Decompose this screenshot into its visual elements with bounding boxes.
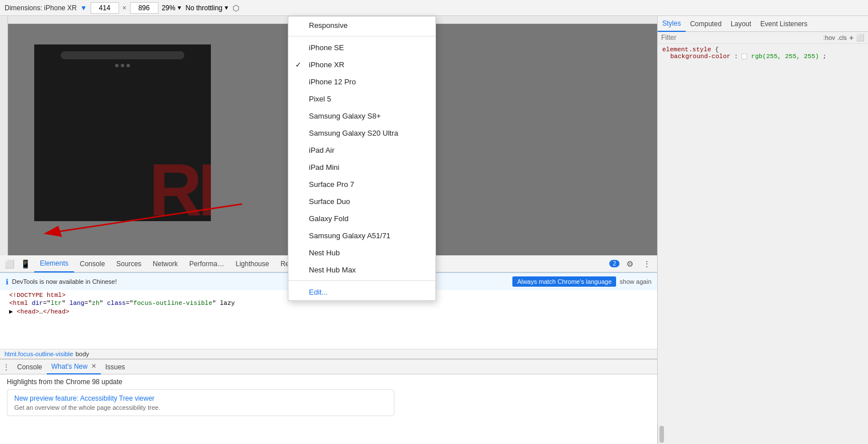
breadcrumb-body[interactable]: body bbox=[75, 351, 89, 357]
tab-lighthouse[interactable]: Lighthouse bbox=[230, 255, 275, 272]
drawer-tab-console[interactable]: Console bbox=[13, 360, 47, 374]
more-tabs-button[interactable]: ⋮ bbox=[640, 257, 654, 271]
doctype-tag: <!DOCTYPE html> bbox=[9, 292, 66, 299]
language-match-button[interactable]: Always match Chrome's language bbox=[512, 276, 616, 287]
dimensions-dropdown[interactable]: ▼ bbox=[80, 4, 87, 12]
drawer-tab-issues[interactable]: Issues bbox=[101, 360, 130, 374]
more-styles-button[interactable]: ⬜ bbox=[856, 34, 865, 42]
highlights-heading: Highlights from the Chrome 98 update bbox=[7, 378, 650, 386]
dropdown-divider-2 bbox=[288, 280, 435, 281]
dropdown-item-responsive[interactable]: Responsive bbox=[288, 17, 435, 34]
style-property-bg: background-color : rgb(255, 255, 255) ; bbox=[662, 53, 863, 60]
tab-network[interactable]: Network bbox=[147, 255, 184, 272]
viewport-frame: RI bbox=[34, 44, 211, 221]
styles-body: element.style { background-color : rgb(2… bbox=[658, 44, 868, 425]
tab-performance[interactable]: Performa… bbox=[184, 255, 230, 272]
color-swatch[interactable] bbox=[741, 54, 747, 59]
rotate-icon[interactable]: ⬡ bbox=[233, 3, 239, 13]
dimensions-label: Dimensions: iPhone XR bbox=[5, 4, 77, 12]
breadcrumb-bar: html.focus-outline-visible body bbox=[0, 349, 657, 359]
close-whats-new-button[interactable]: ✕ bbox=[91, 362, 96, 370]
dropdown-item-nest-hub[interactable]: Nest Hub bbox=[288, 244, 435, 261]
drawer-tab-whats-new[interactable]: What's New ✕ bbox=[47, 360, 101, 374]
panel-tabs-more: 2 ⚙ ⋮ bbox=[606, 257, 657, 271]
feature-card: New preview feature: Accessibility Tree … bbox=[7, 389, 394, 416]
caret-icon: ▼ bbox=[80, 4, 87, 12]
dropdown-item-samsung-a51[interactable]: Samsung Galaxy A51/71 bbox=[288, 227, 435, 244]
tab-elements[interactable]: Elements bbox=[34, 255, 74, 272]
cls-button[interactable]: .cls bbox=[837, 34, 847, 41]
dot-2 bbox=[121, 64, 124, 67]
zoom-caret-icon: ▼ bbox=[177, 5, 182, 11]
drawer-body: Highlights from the Chrome 98 update New… bbox=[0, 374, 657, 444]
dropdown-item-nest-hub-max[interactable]: Nest Hub Max bbox=[288, 261, 435, 278]
dropdown-item-samsung-s8[interactable]: Samsung Galaxy S8+ bbox=[288, 107, 435, 124]
tab-sources[interactable]: Sources bbox=[111, 255, 147, 272]
throttle-dropdown[interactable]: No throttling ▼ bbox=[186, 4, 230, 12]
dropdown-item-samsung-s20[interactable]: Samsung Galaxy S20 Ultra bbox=[288, 124, 435, 141]
styles-filter-input[interactable] bbox=[661, 34, 821, 42]
dropdown-item-surface-duo[interactable]: Surface Duo bbox=[288, 193, 435, 210]
dropdown-item-surface-pro[interactable]: Surface Pro 7 bbox=[288, 176, 435, 193]
dropdown-divider bbox=[288, 36, 435, 36]
right-pane: Styles Computed Layout Event Listeners :… bbox=[657, 16, 868, 444]
dropdown-item-pixel-5[interactable]: Pixel 5 bbox=[288, 90, 435, 107]
dropdown-item-galaxy-fold[interactable]: Galaxy Fold bbox=[288, 210, 435, 227]
feature-link[interactable]: New preview feature: Accessibility Tree … bbox=[14, 394, 154, 402]
dropdown-item-iphone-xr[interactable]: iPhone XR bbox=[288, 56, 435, 73]
dropdown-item-edit[interactable]: Edit... bbox=[288, 283, 435, 300]
sp-tab-event-listeners[interactable]: Event Listeners bbox=[756, 16, 812, 32]
dot-1 bbox=[115, 64, 119, 67]
sp-tab-styles[interactable]: Styles bbox=[658, 16, 686, 32]
width-input[interactable] bbox=[91, 2, 119, 14]
settings-button[interactable]: ⚙ bbox=[623, 257, 637, 271]
html-tag: <html bbox=[9, 300, 28, 307]
app-root: Dimensions: iPhone XR ▼ × 29% ▼ No throt… bbox=[0, 0, 868, 444]
dropdown-item-iphone-se[interactable]: iPhone SE bbox=[288, 39, 435, 56]
show-again-button[interactable]: show again bbox=[620, 278, 651, 285]
styles-filter-bar: :hov .cls + ⬜ bbox=[658, 32, 868, 44]
styles-panel-tabs: Styles Computed Layout Event Listeners bbox=[658, 16, 868, 32]
feature-desc: Get an overview of the whole page access… bbox=[14, 404, 387, 411]
dropdown-item-iphone-12-pro[interactable]: iPhone 12 Pro bbox=[288, 73, 435, 90]
dropdown-item-ipad-mini[interactable]: iPad Mini bbox=[288, 158, 435, 176]
dots-preview bbox=[115, 64, 130, 67]
search-bar-preview bbox=[61, 51, 185, 59]
tab-console[interactable]: Console bbox=[74, 255, 111, 272]
device-toggle-button[interactable]: 📱 bbox=[18, 257, 32, 271]
scrollbar-thumb[interactable] bbox=[659, 426, 664, 443]
sp-tab-computed[interactable]: Computed bbox=[686, 16, 726, 32]
sp-tab-layout[interactable]: Layout bbox=[726, 16, 756, 32]
code-line-head[interactable]: ▶ <head>…</head> bbox=[0, 307, 657, 316]
throttle-caret-icon: ▼ bbox=[223, 5, 229, 11]
height-input[interactable] bbox=[130, 2, 158, 14]
device-dropdown-menu: Responsive iPhone SE iPhone XR iPhone 12… bbox=[288, 16, 436, 301]
breadcrumb-html[interactable]: html.focus-outline-visible bbox=[5, 351, 73, 357]
dot-3 bbox=[127, 64, 130, 67]
drawer-tabs: ⋮ Console What's New ✕ Issues bbox=[0, 360, 657, 374]
zoom-dropdown[interactable]: 29% ▼ bbox=[162, 4, 182, 12]
top-toolbar: Dimensions: iPhone XR ▼ × 29% ▼ No throt… bbox=[0, 0, 868, 16]
drawer-dots-icon[interactable]: ⋮ bbox=[0, 362, 13, 372]
style-rule-element: element.style { bbox=[662, 46, 863, 53]
dimension-x-separator: × bbox=[123, 4, 127, 12]
styles-scrollbar[interactable] bbox=[658, 425, 665, 444]
info-icon: ℹ bbox=[6, 278, 9, 286]
ruler-vertical bbox=[0, 16, 8, 255]
dropdown-item-ipad-air[interactable]: iPad Air bbox=[288, 141, 435, 158]
hov-button[interactable]: :hov bbox=[824, 34, 836, 41]
notification-badge: 2 bbox=[609, 260, 620, 267]
big-letter-preview: RI bbox=[149, 153, 211, 221]
add-style-button[interactable]: + bbox=[849, 33, 854, 42]
bottom-drawer: ⋮ Console What's New ✕ Issues Highlights… bbox=[0, 359, 657, 444]
inspect-element-button[interactable]: ⬜ bbox=[2, 257, 16, 271]
left-icon-group: ⬜ 📱 bbox=[0, 257, 34, 271]
